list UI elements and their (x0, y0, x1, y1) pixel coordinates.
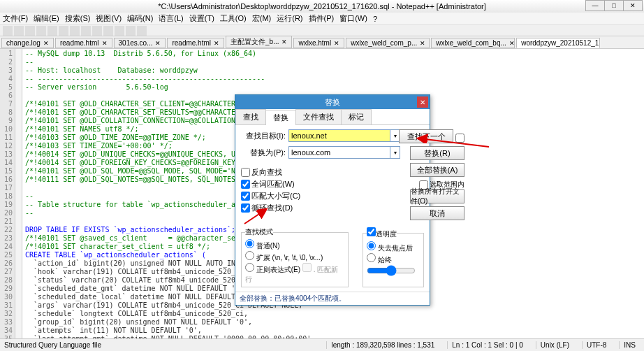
dialog-tab[interactable]: 替换 (265, 110, 296, 125)
cut-icon[interactable] (47, 26, 57, 36)
status-encoding: UTF-8 (582, 341, 610, 349)
menu-item[interactable]: ? (373, 15, 377, 23)
toolbar (0, 25, 644, 36)
dialog-tab[interactable]: 查找 (235, 109, 266, 124)
tab-close-icon[interactable]: ✕ (420, 40, 425, 47)
menu-item[interactable]: 插件(P) (309, 13, 335, 24)
find-next-button[interactable]: 查找下一个 (399, 129, 453, 143)
replace-all-button[interactable]: 全部替换(A) (410, 163, 464, 177)
undo-icon[interactable] (81, 26, 91, 36)
dialog-tab[interactable]: 标记 (341, 109, 372, 124)
dialog-title-bar[interactable]: 替换 ✕ (235, 95, 430, 109)
tab-close-icon[interactable]: ✕ (509, 40, 515, 47)
menu-item[interactable]: 语言(L) (159, 13, 183, 24)
find-icon[interactable] (103, 26, 113, 36)
menu-item[interactable]: 视图(V) (96, 13, 122, 24)
replace-history-dropdown[interactable]: ▾ (390, 146, 400, 159)
zoom-in-icon[interactable] (126, 26, 136, 36)
mode-extended[interactable]: 扩展 (\n, \r, \t, \0, \x...) (245, 254, 323, 262)
mode-normal[interactable]: 普通(N) (245, 242, 280, 250)
document-tab[interactable]: wxlxe_weld_com_bq...✕ (431, 38, 515, 48)
find-next-chk[interactable] (455, 134, 464, 143)
replace-input[interactable] (288, 146, 390, 159)
replace-dialog: 替换 ✕ 查找替换文件查找标记 查找目标(I): ▾ 替换为(P): ▾ 反向查… (235, 94, 430, 306)
replace-result-message: 全部替换：已替换4004个匹配项。 (235, 292, 430, 305)
wrap-option[interactable]: 循环查找(D) (241, 203, 400, 213)
find-input[interactable] (288, 129, 390, 142)
trans-always[interactable]: 始终 (367, 256, 392, 264)
save-all-icon[interactable] (36, 26, 46, 36)
tab-close-icon[interactable]: ✕ (43, 40, 49, 47)
fold-margin (15, 49, 22, 349)
tab-close-icon[interactable]: ✕ (281, 38, 287, 45)
tab-close-icon[interactable]: ✕ (155, 40, 161, 47)
menu-item[interactable]: 设置(T) (189, 13, 214, 24)
dialog-body: 查找目标(I): ▾ 替换为(P): ▾ 反向查找 全词匹配(W) 匹配大小写(… (235, 125, 430, 292)
menu-item[interactable]: 运行(R) (277, 13, 302, 24)
status-eol: Unix (LF) (536, 341, 573, 349)
line-number-gutter: 1234567891011121314151617181920212223242… (0, 49, 15, 349)
transparency-toggle[interactable]: 透明度 (367, 230, 397, 238)
replace-icon[interactable] (115, 26, 124, 36)
redo-icon[interactable] (92, 26, 102, 36)
match-case-option[interactable]: 匹配大小写(C) (241, 191, 400, 201)
replace-in-open-files-button[interactable]: 替换所有打开文件(O) (410, 189, 464, 203)
document-tab[interactable]: wxlxe_weld_com_p...✕ (346, 38, 430, 48)
backward-option[interactable]: 反向查找 (241, 167, 400, 178)
close-window-button[interactable]: ✕ (623, 0, 643, 11)
dialog-tabs: 查找替换文件查找标记 (235, 109, 430, 125)
cancel-button[interactable]: 取消 (410, 206, 464, 220)
status-insert-mode: INS (619, 341, 640, 349)
document-tab[interactable]: readme.html✕ (167, 38, 224, 48)
tab-close-icon[interactable]: ✕ (102, 40, 108, 47)
document-tab[interactable]: readme.html✕ (55, 38, 112, 48)
mode-regex[interactable]: 正则表达式(E) (245, 266, 300, 273)
document-tab[interactable]: 主配置文件_b...✕ (226, 36, 292, 48)
minimize-button[interactable]: — (585, 0, 605, 11)
tab-close-icon[interactable]: ✕ (214, 40, 219, 47)
menu-item[interactable]: 文件(F) (3, 13, 28, 24)
window-title: *C:\Users\Administrator\Desktop\worddpzy… (3, 2, 641, 10)
menu-item[interactable]: 搜索(S) (65, 13, 91, 24)
search-mode-legend: 查找模式 (245, 227, 273, 237)
dialog-title-text: 替换 (325, 97, 340, 108)
menu-item[interactable]: 编码(N) (127, 13, 153, 24)
dialog-tab[interactable]: 文件查找 (295, 109, 342, 124)
document-tab[interactable]: worddpzyw_20210512_171620.sql✕ (516, 38, 600, 48)
menu-item[interactable]: 窗口(W) (339, 13, 367, 24)
replace-button[interactable]: 替换(R) (410, 146, 464, 160)
whole-word-option[interactable]: 全词匹配(W) (241, 179, 400, 189)
document-tab-strip: change.log✕readme.html✕301es.co...✕readm… (0, 36, 644, 49)
dialog-close-button[interactable]: ✕ (417, 96, 428, 108)
menu-item[interactable]: 工具(O) (220, 13, 247, 24)
replace-label: 替换为(P): (241, 148, 286, 158)
status-bar: Structured Query Language file length : … (0, 338, 644, 351)
status-length: length : 189,320,598 lines : 1,531 (326, 341, 439, 349)
menu-item[interactable]: 宏(M) (252, 13, 272, 24)
menu-bar: 文件(F)编辑(E)搜索(S)视图(V)编码(N)语言(L)设置(T)工具(O)… (0, 13, 644, 25)
document-tab[interactable]: wxlxe.html✕ (293, 38, 344, 48)
maximize-button[interactable]: □ (604, 0, 624, 11)
document-tab[interactable]: 301es.co...✕ (114, 38, 166, 48)
document-tab[interactable]: change.log✕ (1, 38, 54, 48)
trans-on-lose[interactable]: 失去焦点后 (367, 244, 413, 252)
find-label: 查找目标(I): (241, 131, 286, 141)
open-icon[interactable] (14, 26, 24, 36)
new-file-icon[interactable] (3, 26, 13, 36)
menu-item[interactable]: 编辑(E) (34, 13, 59, 24)
tab-close-icon[interactable]: ✕ (334, 40, 339, 47)
window-title-bar: *C:\Users\Administrator\Desktop\worddpzy… (0, 0, 644, 13)
paste-icon[interactable] (70, 26, 80, 36)
status-position: Ln : 1 Col : 1 Sel : 0 | 0 (447, 341, 527, 349)
save-icon[interactable] (25, 26, 35, 36)
zoom-out-icon[interactable] (137, 26, 147, 36)
transparency-slider[interactable] (367, 265, 416, 276)
copy-icon[interactable] (59, 26, 68, 36)
status-filetype: Structured Query Language file (4, 341, 326, 349)
